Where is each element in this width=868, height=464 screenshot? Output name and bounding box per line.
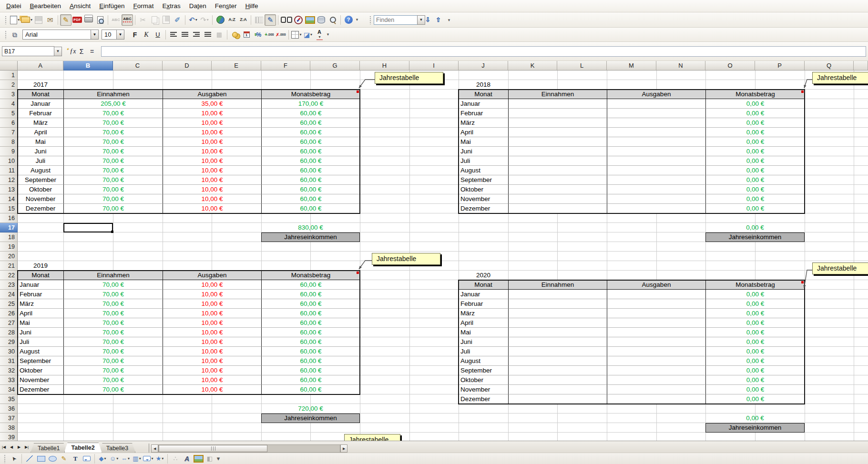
month-cell[interactable]: November [459,194,508,204]
table-header-monatsbetrag[interactable]: Monatsbetrag [261,90,360,99]
month-cell[interactable]: Februar [459,299,508,309]
value-cell[interactable]: 0,00 € [705,328,805,337]
value-cell[interactable]: 10,00 € [163,194,261,204]
month-cell[interactable]: August [459,356,508,366]
value-cell[interactable]: 10,00 € [163,347,261,356]
value-cell[interactable]: 70,00 € [63,185,163,194]
month-cell[interactable]: April [18,309,63,318]
column-header-k[interactable]: K [508,61,557,71]
row-header-6[interactable]: 6 [0,118,18,128]
value-cell[interactable] [607,290,705,299]
month-cell[interactable]: März [459,309,508,318]
add-decimal-icon[interactable]: .000 [264,29,275,40]
new-document-icon[interactable]: ▾ [9,14,20,26]
value-cell[interactable]: 60,00 € [261,309,360,318]
row-header-24[interactable]: 24 [0,290,18,299]
value-cell[interactable]: 0,00 € [705,394,805,404]
menu-item-einfgen[interactable]: Einfügen [95,1,129,11]
value-cell[interactable]: 70,00 € [63,280,163,290]
value-cell[interactable]: 10,00 € [163,204,261,213]
row-header-38[interactable]: 38 [0,423,18,433]
value-cell[interactable]: 0,00 € [705,347,805,356]
annual-total-label[interactable]: Jahreseinkommen [705,423,805,433]
value-cell[interactable]: 0,00 € [705,128,805,137]
find-dropdown-icon[interactable]: ▼ [417,15,425,25]
row-header-12[interactable]: 12 [0,175,18,185]
column-header-d[interactable]: D [163,61,212,71]
month-cell[interactable]: September [18,175,63,185]
horizontal-scrollbar[interactable] [158,444,340,453]
value-cell[interactable] [607,137,705,147]
value-cell[interactable]: 70,00 € [63,204,163,213]
value-cell[interactable]: 10,00 € [163,290,261,299]
month-cell[interactable]: Januar [18,280,63,290]
row-header-36[interactable]: 36 [0,404,18,414]
value-cell[interactable] [508,166,607,175]
value-cell[interactable]: 70,00 € [63,375,163,385]
menu-item-bearbeiten[interactable]: Bearbeiten [26,1,65,11]
row-header-5[interactable]: 5 [0,109,18,118]
comment-note[interactable]: Jahrestabelle [375,72,443,84]
scroll-right-icon[interactable]: ▶ [340,444,347,453]
symbol-shapes-icon[interactable]: ☺▾ [108,454,120,464]
value-cell[interactable]: 70,00 € [63,347,163,356]
row-header-29[interactable]: 29 [0,337,18,347]
value-cell[interactable] [607,128,705,137]
toolbar-grip[interactable] [369,16,372,24]
value-cell[interactable]: 10,00 € [163,328,261,337]
value-cell[interactable]: 70,00 € [63,175,163,185]
menu-item-hilfe[interactable]: Hilfe [241,1,263,11]
column-header-h[interactable]: H [360,61,409,71]
value-cell[interactable]: 70,00 € [63,299,163,309]
year-cell[interactable]: 2020 [459,271,508,280]
value-cell[interactable] [607,175,705,185]
row-header-34[interactable]: 34 [0,385,18,394]
value-cell[interactable] [607,347,705,356]
table-header-monatsbetrag[interactable]: Monatsbetrag [261,271,360,280]
table-header-monat[interactable]: Monat [18,271,63,280]
find-replace-icon[interactable] [280,14,293,26]
freeform-line-icon[interactable]: ✎ [58,454,70,464]
autospellcheck-icon[interactable]: ABC [122,14,133,26]
value-cell[interactable] [508,394,607,404]
value-cell[interactable]: 60,00 € [261,337,360,347]
month-cell[interactable]: März [18,299,63,309]
row-header-10[interactable]: 10 [0,156,18,166]
line-icon[interactable] [24,454,35,464]
annual-total-label[interactable]: Jahreseinkommen [261,232,360,242]
month-cell[interactable]: Dezember [18,385,63,394]
value-cell[interactable] [508,137,607,147]
row-header-23[interactable]: 23 [0,280,18,290]
month-cell[interactable]: Februar [18,109,63,118]
value-cell[interactable] [607,318,705,328]
value-cell[interactable]: 0,00 € [705,337,805,347]
sheet-tab-tabelle2[interactable]: Tabelle2 [64,443,102,453]
value-cell[interactable]: 70,00 € [63,337,163,347]
value-cell[interactable]: 60,00 € [261,194,360,204]
value-cell[interactable]: 60,00 € [261,375,360,385]
table-header-einnahmen[interactable]: Einnahmen [63,271,163,280]
select-all-corner[interactable] [0,61,18,71]
value-cell[interactable]: 0,00 € [705,137,805,147]
menu-item-extras[interactable]: Extras [158,1,184,11]
column-header-partial[interactable] [854,61,868,71]
month-cell[interactable]: Oktober [18,185,63,194]
row-header-16[interactable]: 16 [0,213,18,223]
row-header-20[interactable]: 20 [0,252,18,261]
value-cell[interactable]: 60,00 € [261,166,360,175]
value-cell[interactable]: 60,00 € [261,385,360,394]
column-header-i[interactable]: I [409,61,459,71]
row-header-4[interactable]: 4 [0,99,18,109]
value-cell[interactable]: 70,00 € [63,385,163,394]
select-icon[interactable]: ➤ [8,454,20,464]
month-cell[interactable]: März [459,118,508,128]
value-cell[interactable] [508,204,607,213]
column-header-e[interactable]: E [212,61,261,71]
year-cell[interactable]: 2019 [18,261,63,271]
table-header-monat[interactable]: Monat [459,280,508,290]
value-cell[interactable]: 60,00 € [261,290,360,299]
column-header-c[interactable]: C [113,61,163,71]
value-cell[interactable]: 0,00 € [705,366,805,375]
value-cell[interactable] [508,309,607,318]
month-cell[interactable]: April [459,318,508,328]
